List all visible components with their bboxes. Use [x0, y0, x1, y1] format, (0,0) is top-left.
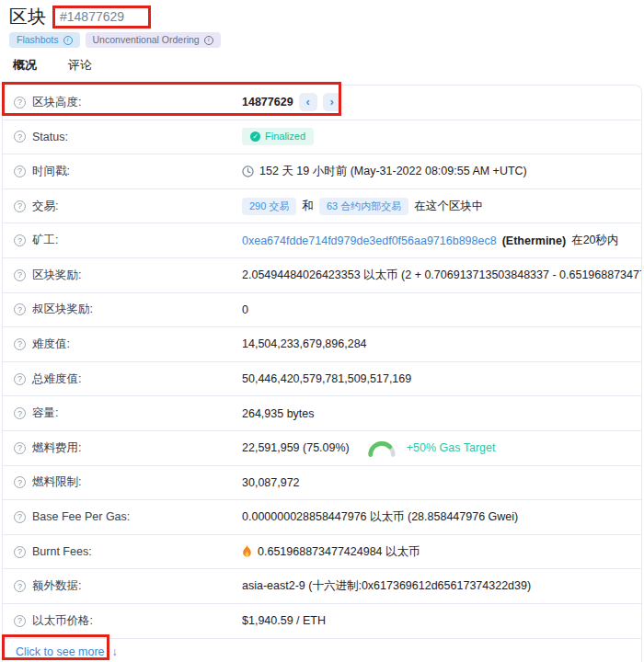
help-icon[interactable]: ?	[14, 580, 26, 592]
tab-comments[interactable]: 评论	[64, 57, 96, 85]
unconventional-ordering-badge[interactable]: Unconventional Ordering i	[86, 32, 221, 48]
row-eth-price: ? 以太币价格: $1,940.59 / ETH	[3, 604, 641, 639]
gas-limit-label: 燃料限制:	[32, 474, 81, 490]
miner-label: 矿工:	[32, 233, 58, 248]
tab-bar: 概况 评论	[0, 49, 644, 85]
row-status: ? Status: ✓ Finalized	[3, 120, 641, 155]
help-icon[interactable]: ?	[14, 546, 26, 558]
help-icon[interactable]: ?	[14, 131, 26, 143]
block-overview-card: ? 区块高度: 14877629 ‹ › ? Status: ✓ Finaliz…	[2, 85, 642, 662]
transactions-label: 交易:	[32, 199, 58, 214]
help-icon[interactable]: ?	[14, 200, 26, 212]
flashbots-badge-label: Flashbots	[17, 35, 59, 45]
see-more-label: Click to see more	[16, 645, 105, 658]
row-burnt-fees: ? Burnt Fees: 0.651968873477424984 以太币	[3, 535, 641, 570]
help-icon[interactable]: ?	[14, 234, 26, 246]
gas-limit-value: 30,087,972	[242, 476, 300, 489]
block-number: #14877629	[52, 6, 151, 29]
base-fee-value: 0.000000028858447976 以太币 (28.858447976 G…	[242, 509, 518, 525]
burnt-fees-label: Burnt Fees:	[32, 545, 92, 558]
block-height-label: 区块高度:	[32, 95, 81, 110]
uncle-reward-value: 0	[242, 303, 248, 316]
tab-overview[interactable]: 概况	[9, 57, 40, 85]
row-uncle-reward: ? 叔区块奖励: 0	[3, 293, 641, 328]
difficulty-value: 14,504,233,679,896,284	[242, 337, 367, 350]
transactions-conjunction: 和	[302, 199, 314, 214]
help-icon[interactable]: ?	[14, 511, 26, 523]
block-reward-label: 区块奖励:	[32, 268, 81, 283]
info-icon[interactable]: i	[204, 36, 213, 45]
help-icon[interactable]: ?	[14, 615, 26, 627]
help-icon[interactable]: ?	[14, 407, 26, 419]
extra-data-label: 额外数据:	[32, 578, 81, 594]
row-total-difficulty: ? 总难度值: 50,446,420,579,781,509,517,169	[3, 362, 641, 397]
row-size: ? 容量: 264,935 bytes	[3, 396, 641, 431]
status-badge: ✓ Finalized	[242, 128, 314, 145]
prev-block-button[interactable]: ‹	[299, 93, 317, 111]
status-badge-label: Finalized	[265, 131, 305, 142]
block-reward-value: 2.05494484026423353 以太币 (2 + 0.706913713…	[242, 268, 642, 283]
flashbots-badge[interactable]: Flashbots i	[9, 32, 80, 48]
row-base-fee: ? Base Fee Per Gas: 0.000000028858447976…	[3, 500, 641, 535]
total-difficulty-label: 总难度值:	[32, 371, 81, 387]
block-details-page: 区块 #14877629 Flashbots i Unconventional …	[0, 0, 644, 662]
flame-icon	[242, 545, 252, 558]
click-to-see-more-link[interactable]: Click to see more ↓	[5, 640, 129, 662]
arrow-down-icon: ↓	[112, 645, 118, 658]
gas-used-label: 燃料费用:	[32, 440, 81, 456]
miner-address-link[interactable]: 0xea674fdde714fd979de3edf0f56aa9716b898e…	[242, 234, 497, 247]
timestamp-label: 时间戳:	[32, 164, 70, 179]
status-label: Status:	[32, 131, 68, 143]
row-miner: ? 矿工: 0xea674fdde714fd979de3edf0f56aa971…	[3, 223, 641, 258]
burnt-fees-value: 0.651968873477424984 以太币	[258, 544, 420, 560]
transactions-suffix: 在这个区块中	[414, 199, 483, 214]
page-header: 区块 #14877629	[0, 0, 644, 29]
transactions-count-badge[interactable]: 290 交易	[242, 198, 296, 215]
miner-name: (Ethermine)	[502, 234, 566, 247]
gas-used-value: 22,591,959 (75.09%)	[242, 441, 350, 454]
help-icon[interactable]: ?	[14, 166, 26, 177]
eth-price-value: $1,940.59 / ETH	[242, 614, 326, 627]
row-timestamp: ? 时间戳: 152 天 19 小时前 (May-31-2022 08:09:5…	[3, 154, 641, 189]
next-block-button[interactable]: ›	[323, 93, 341, 111]
row-block-height: ? 区块高度: 14877629 ‹ ›	[3, 86, 641, 120]
row-difficulty: ? 难度值: 14,504,233,679,896,284	[3, 327, 641, 362]
clock-icon	[242, 166, 254, 177]
info-icon[interactable]: i	[63, 36, 73, 45]
miner-suffix: 在20秒内	[571, 233, 618, 248]
gas-gauge-icon	[366, 439, 397, 457]
extra-data-value: asia-east2-9 (十六进制:0x617369612d656173743…	[242, 578, 531, 594]
help-icon[interactable]: ?	[14, 303, 26, 315]
row-gas-used: ? 燃料费用: 22,591,959 (75.09%) +50% Gas Tar…	[3, 431, 641, 466]
block-height-value: 14877629	[242, 96, 293, 108]
size-value: 264,935 bytes	[242, 407, 315, 420]
row-extra-data: ? 额外数据: asia-east2-9 (十六进制:0x617369612d6…	[3, 569, 641, 604]
base-fee-label: Base Fee Per Gas:	[32, 510, 130, 523]
unconventional-ordering-badge-label: Unconventional Ordering	[93, 35, 200, 45]
eth-price-label: 以太币价格:	[32, 613, 93, 629]
gas-target-label: +50% Gas Target	[407, 441, 496, 454]
help-icon[interactable]: ?	[14, 269, 26, 281]
help-icon[interactable]: ?	[14, 338, 26, 350]
row-block-reward: ? 区块奖励: 2.05494484026423353 以太币 (2 + 0.7…	[3, 258, 641, 293]
check-icon: ✓	[250, 131, 260, 142]
page-title: 区块	[9, 5, 46, 29]
help-icon[interactable]: ?	[14, 373, 26, 385]
difficulty-label: 难度值:	[32, 337, 70, 352]
internal-transactions-badge[interactable]: 63 合约内部交易	[319, 198, 408, 215]
uncle-reward-label: 叔区块奖励:	[32, 302, 93, 317]
size-label: 容量:	[32, 405, 58, 421]
timestamp-value: 152 天 19 小时前 (May-31-2022 08:09:55 AM +U…	[259, 164, 527, 179]
badge-row: Flashbots i Unconventional Ordering i	[0, 29, 644, 49]
row-transactions: ? 交易: 290 交易 和 63 合约内部交易 在这个区块中	[3, 189, 641, 224]
row-gas-limit: ? 燃料限制: 30,087,972	[3, 466, 641, 501]
help-icon[interactable]: ?	[14, 442, 26, 454]
help-icon[interactable]: ?	[14, 476, 26, 488]
total-difficulty-value: 50,446,420,579,781,509,517,169	[242, 372, 411, 385]
help-icon[interactable]: ?	[14, 97, 26, 108]
